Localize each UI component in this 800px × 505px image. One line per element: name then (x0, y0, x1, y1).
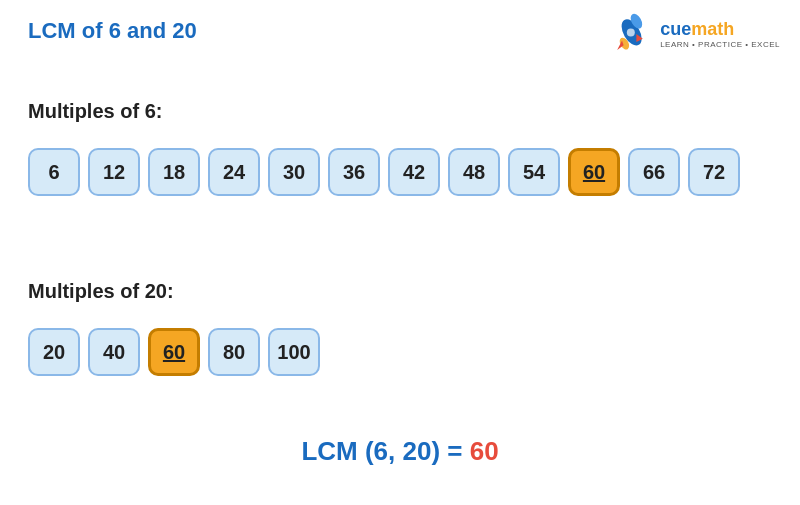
num-box: 12 (88, 148, 140, 196)
section2-numbers: 20406080100 (28, 328, 320, 376)
svg-point-2 (627, 28, 635, 36)
logo-tagline: LEARN • PRACTICE • EXCEL (660, 40, 780, 49)
num-box: 80 (208, 328, 260, 376)
num-box: 66 (628, 148, 680, 196)
num-box: 24 (208, 148, 260, 196)
num-box: 42 (388, 148, 440, 196)
result-value: 60 (470, 436, 499, 466)
logo-text: cuemath LEARN • PRACTICE • EXCEL (660, 20, 780, 49)
result-line: LCM (6, 20) = 60 (0, 436, 800, 467)
num-box: 72 (688, 148, 740, 196)
num-box: 100 (268, 328, 320, 376)
rocket-icon (606, 10, 654, 58)
logo-cue: cue (660, 20, 691, 38)
num-box: 54 (508, 148, 560, 196)
num-box: 6 (28, 148, 80, 196)
num-box: 30 (268, 148, 320, 196)
section1-label: Multiples of 6: (28, 100, 162, 123)
num-box: 36 (328, 148, 380, 196)
section2-label: Multiples of 20: (28, 280, 174, 303)
logo-math: math (691, 20, 734, 38)
num-box: 18 (148, 148, 200, 196)
num-box: 48 (448, 148, 500, 196)
num-box: 60 (148, 328, 200, 376)
result-prefix: LCM (6, 20) = (301, 436, 469, 466)
num-box: 60 (568, 148, 620, 196)
section1-numbers: 61218243036424854606672 (28, 148, 740, 196)
page-title: LCM of 6 and 20 (28, 18, 197, 44)
num-box: 20 (28, 328, 80, 376)
logo-area: cuemath LEARN • PRACTICE • EXCEL (606, 10, 780, 58)
num-box: 40 (88, 328, 140, 376)
